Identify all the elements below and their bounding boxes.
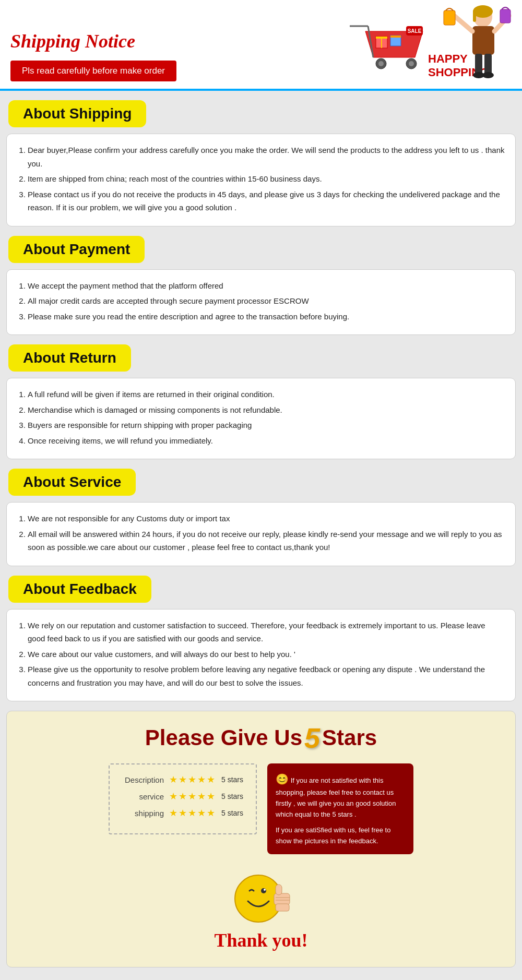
section-payment-label: About Payment — [8, 236, 145, 263]
shopping-cart-icon: SALE — [334, 10, 433, 89]
stars-shipping-icons: ★★★★★ — [169, 807, 216, 819]
svg-rect-20 — [444, 10, 455, 25]
section-shipping-label: About Shipping — [8, 100, 146, 127]
svg-rect-11 — [390, 35, 401, 38]
stars-info-box: 😊 If you are not satisfied with this sho… — [267, 763, 413, 854]
list-item: Please make sure you read the entire des… — [28, 310, 505, 324]
stars-row-service: service ★★★★★ 5 stars — [122, 791, 243, 802]
thank-you-text: Thank you! — [17, 929, 505, 951]
svg-line-18 — [454, 16, 472, 31]
list-item: All major credit cards are accepted thro… — [28, 294, 505, 308]
stars-row-description: Description ★★★★★ 5 stars — [122, 774, 243, 785]
label-description: Description — [122, 775, 164, 784]
list-item: We rely on our reputation and customer s… — [28, 619, 505, 646]
stars-service-count: 5 stars — [221, 792, 243, 800]
svg-rect-30 — [276, 885, 282, 895]
stars-info-text2: If you are satiSfied with us, feel free … — [276, 825, 405, 847]
section-return-label: About Return — [8, 344, 131, 372]
list-item: Please contact us if you do not receive … — [28, 188, 505, 214]
list-item: Merchandise which is damaged or missing … — [28, 403, 505, 417]
list-item: We care about our value customers, and w… — [28, 648, 505, 661]
section-payment-content: We accept the payment method that the pl… — [6, 269, 516, 336]
stars-title-before: Please Give Us — [145, 725, 302, 750]
svg-rect-29 — [274, 893, 290, 905]
svg-rect-22 — [475, 54, 482, 75]
svg-point-25 — [482, 72, 494, 78]
section-return: About Return A full refund will be given… — [6, 344, 516, 459]
person-icon — [438, 5, 512, 89]
section-service-label: About Service — [8, 469, 136, 496]
svg-point-27 — [261, 888, 266, 893]
five-number: 5 — [304, 722, 320, 754]
stars-shipping-count: 5 stars — [221, 809, 243, 817]
svg-rect-21 — [500, 9, 511, 23]
stars-title: Please Give Us 5 Stars — [17, 722, 505, 754]
section-shipping: About Shipping Dear buyer,Please confirm… — [6, 100, 516, 226]
svg-rect-23 — [484, 54, 492, 75]
winking-smiley-icon — [230, 865, 292, 927]
list-item: Dear buyer,Please confirm your address c… — [28, 144, 505, 170]
header-right: SALE HAPPY SHOPPING — [334, 5, 512, 89]
section-service-content: We are not responsible for any Customs d… — [6, 502, 516, 566]
stars-table: Description ★★★★★ 5 stars service ★★★★★ … — [109, 763, 257, 834]
svg-rect-16 — [473, 10, 476, 22]
label-shipping: shipping — [122, 809, 164, 818]
section-feedback-label: About Feedback — [8, 576, 151, 603]
header-banner: Pls read carefully before make order — [10, 61, 176, 81]
svg-point-28 — [264, 889, 266, 891]
page-header: Shipping Notice Pls read carefully befor… — [0, 0, 522, 91]
svg-text:SALE: SALE — [408, 28, 422, 34]
section-return-content: A full refund will be given if items are… — [6, 378, 516, 459]
list-item: Buyers are responsible for return shippi… — [28, 419, 505, 432]
smiley-icon: 😊 — [276, 771, 289, 787]
svg-rect-31 — [276, 904, 289, 911]
svg-rect-17 — [472, 26, 494, 55]
stars-info-text1: If you are not satisfied with this shopp… — [276, 776, 396, 818]
list-item: All email will be answered within 24 hou… — [28, 528, 505, 554]
list-item: Item are shipped from china; reach most … — [28, 172, 505, 186]
list-item: A full refund will be given if items are… — [28, 388, 505, 401]
stars-description-count: 5 stars — [221, 775, 243, 784]
list-item: Please give us the opportunity to resolv… — [28, 663, 505, 689]
section-service: About Service We are not responsible for… — [6, 469, 516, 566]
stars-service-icons: ★★★★★ — [169, 791, 216, 802]
stars-middle: Description ★★★★★ 5 stars service ★★★★★ … — [17, 763, 505, 854]
section-payment: About Payment We accept the payment meth… — [6, 236, 516, 336]
header-left: Shipping Notice Pls read carefully befor… — [10, 25, 176, 89]
svg-point-6 — [409, 61, 414, 66]
stars-row-shipping: shipping ★★★★★ 5 stars — [122, 807, 243, 819]
svg-point-4 — [378, 61, 384, 66]
thank-you-area: Thank you! — [17, 865, 505, 951]
main-content: About Shipping Dear buyer,Please confirm… — [0, 91, 522, 977]
stars-title-after: Stars — [322, 725, 377, 750]
stars-description-icons: ★★★★★ — [169, 774, 216, 785]
label-service: service — [122, 792, 164, 801]
stars-section: Please Give Us 5 Stars Description ★★★★★… — [6, 711, 516, 967]
list-item: Once receiving items, we will refund you… — [28, 434, 505, 448]
page-title: Shipping Notice — [10, 30, 176, 52]
header-image-area: SALE HAPPY SHOPPING — [334, 5, 512, 89]
section-feedback-content: We rely on our reputation and customer s… — [6, 609, 516, 702]
section-shipping-content: Dear buyer,Please confirm your address c… — [6, 134, 516, 226]
list-item: We are not responsible for any Customs d… — [28, 512, 505, 525]
section-feedback: About Feedback We rely on our reputation… — [6, 576, 516, 702]
list-item: We accept the payment method that the pl… — [28, 279, 505, 293]
